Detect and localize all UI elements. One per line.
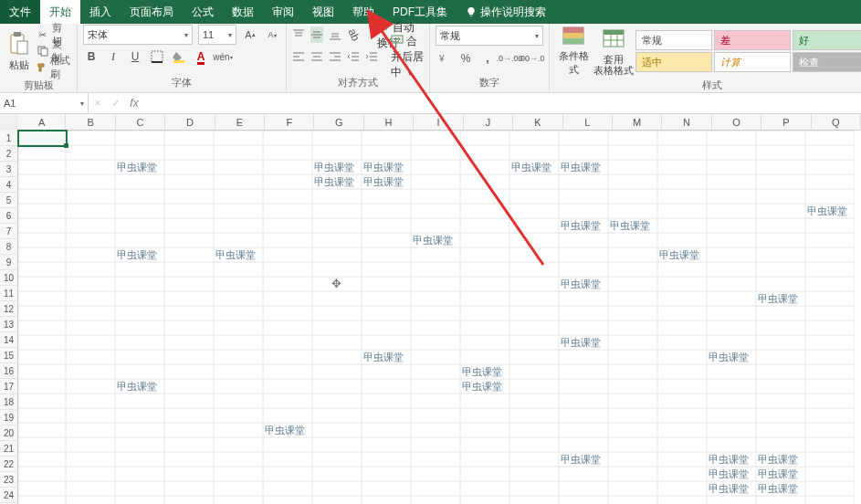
data-cell[interactable]: 甲虫课堂 bbox=[509, 160, 562, 174]
menu-tab-data[interactable]: 数据 bbox=[223, 0, 263, 24]
cell-style-bad[interactable]: 差 bbox=[714, 30, 791, 50]
fill-handle[interactable] bbox=[64, 143, 68, 148]
fill-color-button[interactable] bbox=[171, 48, 187, 65]
data-cell[interactable]: 甲虫课堂 bbox=[756, 467, 809, 481]
font-size-dropdown[interactable]: 11 ▾ bbox=[198, 25, 236, 45]
column-header[interactable]: H bbox=[364, 114, 414, 131]
data-cell[interactable]: 甲虫课堂 bbox=[559, 335, 612, 350]
column-header[interactable]: K bbox=[513, 114, 562, 131]
cancel-button[interactable]: × bbox=[89, 93, 107, 113]
select-all-corner[interactable] bbox=[0, 114, 19, 131]
data-cell[interactable]: 甲虫课堂 bbox=[460, 379, 513, 394]
row-header[interactable]: 23 bbox=[0, 472, 18, 488]
data-cell[interactable]: 甲虫课堂 bbox=[263, 423, 316, 437]
name-box[interactable]: A1 ▾ bbox=[0, 93, 89, 113]
row-header[interactable]: 16 bbox=[0, 363, 18, 379]
menu-tab-review[interactable]: 审阅 bbox=[263, 0, 303, 24]
enter-button[interactable]: ✓ bbox=[107, 93, 125, 113]
font-name-dropdown[interactable]: 宋体 ▾ bbox=[83, 25, 193, 45]
row-header[interactable]: 22 bbox=[0, 457, 18, 472]
data-cell[interactable]: 甲虫课堂 bbox=[362, 350, 415, 364]
decrease-indent-button[interactable] bbox=[347, 48, 360, 65]
paste-button[interactable]: 粘贴 bbox=[5, 26, 33, 77]
row-header[interactable]: 24 bbox=[0, 488, 18, 503]
border-button[interactable] bbox=[149, 48, 165, 65]
data-cell[interactable]: 甲虫课堂 bbox=[214, 247, 267, 262]
menu-tab-formulas[interactable]: 公式 bbox=[183, 0, 223, 24]
row-header[interactable]: 17 bbox=[0, 379, 18, 394]
underline-button[interactable]: U bbox=[127, 48, 143, 65]
menu-tab-page-layout[interactable]: 页面布局 bbox=[121, 0, 183, 24]
decrease-decimal-button[interactable]: .00→.0 bbox=[523, 50, 540, 67]
data-cell[interactable]: 甲虫课堂 bbox=[559, 160, 612, 174]
row-header[interactable]: 3 bbox=[0, 162, 18, 177]
data-cell[interactable]: 甲虫课堂 bbox=[362, 174, 415, 189]
conditional-formatting-button[interactable]: 条件格式 bbox=[555, 26, 592, 77]
align-top-button[interactable] bbox=[292, 26, 305, 43]
cell-style-neutral[interactable]: 适中 bbox=[635, 52, 712, 72]
column-header[interactable]: O bbox=[712, 114, 761, 131]
row-header[interactable]: 11 bbox=[0, 286, 18, 301]
row-header[interactable]: 20 bbox=[0, 425, 18, 441]
data-cell[interactable]: 甲虫课堂 bbox=[756, 452, 809, 467]
insert-function-button[interactable]: fx bbox=[125, 93, 143, 113]
data-cell[interactable]: 甲虫课堂 bbox=[707, 481, 760, 496]
data-cell[interactable]: 甲虫课堂 bbox=[559, 277, 612, 291]
row-header[interactable]: 1 bbox=[0, 131, 18, 146]
data-cell[interactable]: 甲虫课堂 bbox=[115, 160, 168, 174]
row-header[interactable]: 19 bbox=[0, 410, 18, 425]
row-header[interactable]: 7 bbox=[0, 224, 18, 239]
cell-style-normal[interactable]: 常规 bbox=[635, 30, 712, 50]
number-format-dropdown[interactable]: 常规 ▾ bbox=[436, 26, 543, 46]
align-left-button[interactable] bbox=[292, 48, 305, 65]
column-header[interactable]: B bbox=[66, 114, 115, 131]
menu-tab-view[interactable]: 视图 bbox=[303, 0, 343, 24]
formula-input[interactable] bbox=[143, 93, 861, 113]
format-painter-button[interactable]: 格式刷 bbox=[37, 60, 71, 75]
data-cell[interactable]: 甲虫课堂 bbox=[559, 218, 612, 233]
data-cell[interactable]: 甲虫课堂 bbox=[707, 350, 760, 364]
column-header[interactable]: E bbox=[215, 114, 265, 131]
row-header[interactable]: 6 bbox=[0, 208, 18, 224]
data-cell[interactable]: 甲虫课堂 bbox=[707, 452, 760, 467]
column-header[interactable]: G bbox=[314, 114, 363, 131]
data-cell[interactable]: 甲虫课堂 bbox=[460, 364, 513, 379]
data-cell[interactable]: 甲虫课堂 bbox=[559, 452, 612, 467]
data-cell[interactable]: 甲虫课堂 bbox=[411, 233, 464, 247]
cell-style-check[interactable]: 检查 bbox=[793, 52, 861, 72]
row-header[interactable]: 4 bbox=[0, 177, 18, 193]
row-header[interactable]: 9 bbox=[0, 255, 18, 270]
row-header[interactable]: 14 bbox=[0, 332, 18, 348]
row-header[interactable]: 5 bbox=[0, 193, 18, 208]
row-header[interactable]: 12 bbox=[0, 301, 18, 317]
data-cell[interactable]: 甲虫课堂 bbox=[756, 481, 809, 496]
column-header[interactable]: D bbox=[165, 114, 215, 131]
cell-area[interactable]: 甲虫课堂甲虫课堂甲虫课堂甲虫课堂甲虫课堂甲虫课堂甲虫课堂甲虫课堂甲虫课堂甲虫课堂… bbox=[18, 131, 861, 504]
column-header[interactable]: L bbox=[563, 114, 613, 131]
row-header[interactable]: 10 bbox=[0, 270, 18, 286]
decrease-font-button[interactable]: A▾ bbox=[264, 26, 280, 43]
data-cell[interactable]: 甲虫课堂 bbox=[805, 204, 858, 218]
cell-style-good[interactable]: 好 bbox=[793, 30, 861, 50]
percent-format-button[interactable]: % bbox=[457, 50, 474, 67]
align-bottom-button[interactable] bbox=[329, 26, 341, 43]
row-header[interactable]: 18 bbox=[0, 394, 18, 410]
increase-font-button[interactable]: A▴ bbox=[242, 26, 258, 43]
column-header[interactable]: N bbox=[662, 114, 711, 131]
row-header[interactable]: 2 bbox=[0, 146, 18, 162]
comma-format-button[interactable]: , bbox=[479, 50, 496, 67]
column-header[interactable]: C bbox=[116, 114, 165, 131]
row-header[interactable]: 15 bbox=[0, 348, 18, 363]
italic-button[interactable]: I bbox=[105, 48, 121, 65]
align-middle-button[interactable] bbox=[310, 26, 323, 43]
row-header[interactable]: 8 bbox=[0, 239, 18, 255]
bold-button[interactable]: B bbox=[83, 48, 100, 65]
cell-style-calc[interactable]: 计算 bbox=[714, 52, 791, 72]
column-header[interactable]: A bbox=[18, 114, 66, 131]
data-cell[interactable]: 甲虫课堂 bbox=[657, 247, 710, 262]
row-header[interactable]: 13 bbox=[0, 317, 18, 332]
font-color-button[interactable]: A bbox=[193, 48, 209, 65]
column-header[interactable]: Q bbox=[812, 114, 861, 131]
spreadsheet-grid[interactable]: ABCDEFGHIJKLMNOPQ 1234567891011121314151… bbox=[0, 114, 861, 504]
orientation-button[interactable]: ab bbox=[347, 26, 360, 43]
